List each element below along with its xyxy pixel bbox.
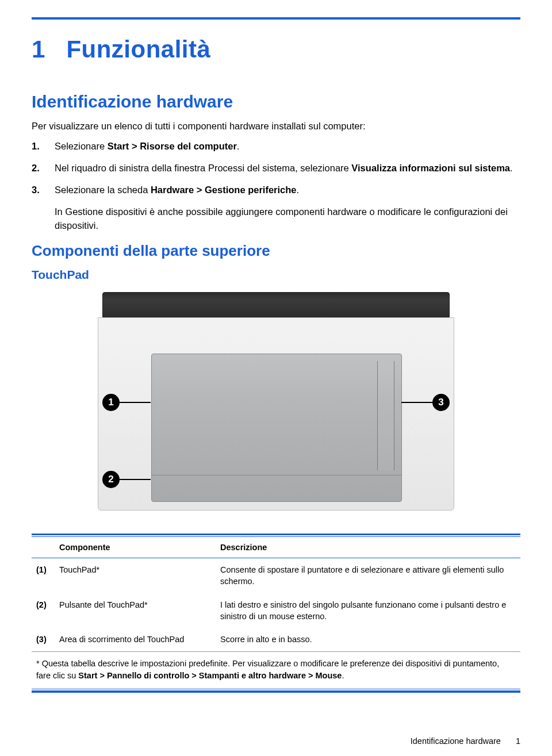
footer-page: 1 — [516, 736, 520, 746]
leader-line — [120, 402, 151, 403]
chapter-title: 1 Funzionalità — [32, 36, 520, 63]
step-2: 2. Nel riquadro di sinistra della finest… — [32, 162, 520, 175]
page-footer: Identificazione hardware 1 — [32, 736, 520, 746]
touchpad-scroll-zone — [377, 361, 394, 470]
table-header-blank — [32, 537, 55, 558]
table-footnote: * Questa tabella descrive le impostazion… — [32, 651, 520, 689]
section-heading: Identificazione hardware — [32, 92, 520, 112]
step-text: Nel riquadro di sinistra della finestra … — [55, 162, 520, 175]
leader-line — [401, 402, 432, 403]
callout-2: 2 — [102, 471, 120, 488]
touchpad-button — [152, 475, 401, 501]
step-number: 1. — [32, 140, 55, 153]
table-row: (2) Pulsante del TouchPad* I lati destro… — [32, 593, 520, 628]
component-table: Componente Descrizione (1) TouchPad* Con… — [32, 534, 520, 693]
table-header-component: Componente — [55, 537, 216, 558]
leader-line — [120, 479, 151, 480]
section2-sub: TouchPad — [32, 268, 520, 282]
touchpad-figure: 1 2 3 — [98, 292, 454, 511]
table-header-description: Descrizione — [216, 537, 520, 558]
table-bottom-thin — [32, 689, 520, 690]
chapter-number: 1 — [32, 36, 45, 63]
step-1: 1. Selezionare Start > Risorse del compu… — [32, 140, 520, 153]
step-3: 3. Selezionare la scheda Hardware > Gest… — [32, 183, 520, 197]
step-text: Selezionare Start > Risorse del computer… — [55, 140, 520, 153]
step-note: In Gestione dispositivi è anche possibil… — [55, 205, 520, 233]
table-row: (3) Area di scorrimento del TouchPad Sco… — [32, 628, 520, 651]
step-number: 2. — [32, 162, 55, 175]
section2-heading: Componenti della parte superiore — [32, 242, 520, 260]
callout-1: 1 — [102, 394, 120, 411]
laptop-edge — [102, 292, 450, 317]
step-text: Selezionare la scheda Hardware > Gestion… — [55, 183, 520, 197]
table-top-rule — [32, 534, 520, 536]
callout-3: 3 — [432, 394, 450, 411]
footer-section: Identificazione hardware — [411, 736, 501, 746]
table-bottom-rule — [32, 690, 520, 693]
top-rule — [32, 17, 520, 20]
chapter-title-text: Funzionalità — [66, 36, 210, 63]
palmrest — [98, 317, 454, 511]
touchpad-surface — [151, 354, 402, 502]
step-number: 3. — [32, 183, 55, 197]
table-row: (1) TouchPad* Consente di spostare il pu… — [32, 558, 520, 593]
section-intro: Per visualizzare un elenco di tutti i co… — [32, 121, 520, 132]
